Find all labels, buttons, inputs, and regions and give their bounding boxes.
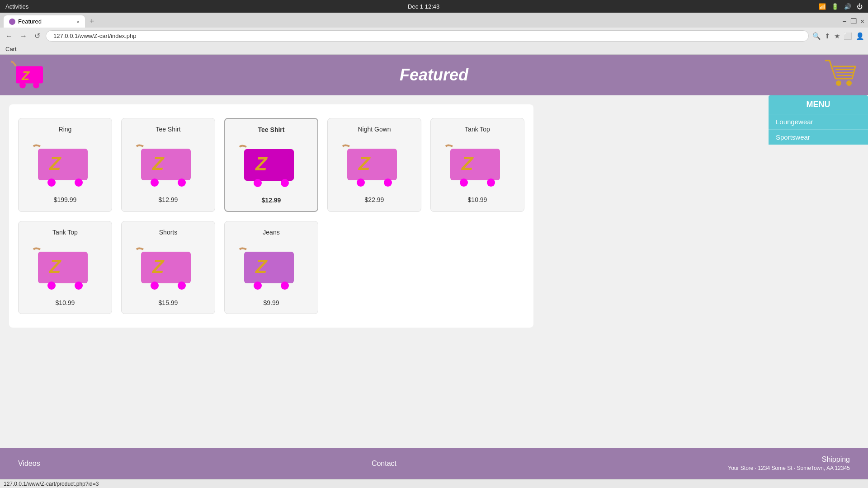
product-price-jeans: $9.99 bbox=[232, 299, 311, 306]
product-price-tanktop1: $10.99 bbox=[438, 196, 517, 203]
back-button[interactable]: ← bbox=[4, 31, 14, 41]
bookmark-bar: Cart bbox=[0, 44, 868, 54]
svg-text:Z: Z bbox=[49, 256, 61, 277]
svg-point-35 bbox=[151, 282, 159, 290]
product-img-tanktop2: Z bbox=[29, 240, 101, 295]
page-title: Featured bbox=[400, 66, 468, 84]
svg-rect-25 bbox=[450, 149, 500, 180]
new-tab-button[interactable]: + bbox=[87, 17, 97, 26]
svg-text:Z: Z bbox=[255, 256, 268, 277]
product-price-tanktop2: $10.99 bbox=[26, 299, 104, 306]
os-bar-right: 📶 🔋 🔊 ⏻ bbox=[819, 3, 863, 10]
activities-label[interactable]: Activities bbox=[5, 3, 28, 10]
products-row-1: Ring Z $199.99 Tee Shirt Z bbox=[18, 118, 524, 212]
svg-point-20 bbox=[281, 179, 289, 187]
share-icon[interactable]: ⬆ bbox=[825, 32, 830, 40]
product-card-teeshirt1[interactable]: Tee Shirt Z $12.99 bbox=[121, 118, 215, 212]
datetime-label: Dec 1 12:43 bbox=[408, 3, 439, 10]
tab-bar: Featured × + − ❐ × bbox=[0, 13, 868, 28]
restore-button[interactable]: ❐ bbox=[850, 17, 857, 26]
product-price-teeshirt2: $12.99 bbox=[232, 197, 310, 204]
svg-point-2 bbox=[19, 82, 26, 89]
product-img-jeans: Z bbox=[235, 240, 307, 295]
footer-address: Your Store · 1234 Some St · SomeTown, AA… bbox=[728, 465, 850, 471]
page-header: Z Featured bbox=[0, 55, 868, 95]
addr-actions: 🔍 ⬆ ★ ⬜ 👤 bbox=[812, 32, 864, 40]
product-img-ring: Z bbox=[29, 137, 101, 192]
search-icon[interactable]: 🔍 bbox=[812, 32, 821, 40]
status-url: 127.0.0.1/www/Z-cart/product.php?id=3 bbox=[4, 481, 99, 487]
svg-text:Z: Z bbox=[358, 153, 371, 174]
product-card-tanktop2[interactable]: Tank Top Z $10.99 bbox=[18, 221, 112, 314]
svg-text:Z: Z bbox=[152, 256, 165, 277]
product-name-tanktop1: Tank Top bbox=[438, 126, 517, 133]
product-price-teeshirt1: $12.99 bbox=[129, 196, 208, 203]
product-name-tanktop2: Tank Top bbox=[26, 229, 104, 236]
battery-icon: 🔋 bbox=[831, 3, 839, 10]
product-card-jeans[interactable]: Jeans Z $9.99 bbox=[224, 221, 318, 314]
product-name-shorts: Shorts bbox=[129, 229, 208, 236]
svg-text:Z: Z bbox=[49, 153, 61, 174]
svg-text:Z: Z bbox=[461, 153, 474, 174]
url-input[interactable] bbox=[46, 30, 809, 42]
footer-contact[interactable]: Contact bbox=[372, 460, 396, 468]
svg-rect-37 bbox=[244, 252, 294, 283]
logo[interactable]: Z bbox=[9, 57, 50, 93]
product-img-shorts: Z bbox=[132, 240, 204, 295]
menu-sidebar: MENU Loungewear Sportswear bbox=[769, 95, 868, 145]
product-card-shorts[interactable]: Shorts Z $15.99 bbox=[121, 221, 215, 314]
product-card-ring[interactable]: Ring Z $199.99 bbox=[18, 118, 112, 212]
menu-item-loungewear[interactable]: Loungewear bbox=[769, 114, 868, 129]
address-bar: ← → ↺ 🔍 ⬆ ★ ⬜ 👤 bbox=[0, 28, 868, 44]
menu-items: Loungewear Sportswear bbox=[769, 114, 868, 145]
products-row-2: Tank Top Z $10.99 Shorts Z bbox=[18, 221, 524, 314]
svg-point-8 bbox=[846, 80, 852, 86]
active-tab[interactable]: Featured × bbox=[4, 15, 85, 28]
svg-text:Z: Z bbox=[255, 153, 268, 174]
svg-point-3 bbox=[33, 82, 39, 89]
product-img-teeshirt1: Z bbox=[132, 137, 204, 192]
footer-shipping[interactable]: Shipping bbox=[728, 455, 850, 464]
close-window-button[interactable]: × bbox=[860, 18, 864, 26]
svg-point-28 bbox=[487, 178, 495, 187]
svg-rect-13 bbox=[141, 149, 191, 180]
bookmark-icon[interactable]: ★ bbox=[834, 32, 840, 40]
svg-point-15 bbox=[151, 178, 159, 187]
reload-button[interactable]: ↺ bbox=[33, 31, 42, 41]
product-card-nightgown[interactable]: Night Gown Z $22.99 bbox=[327, 118, 421, 212]
status-bar: 127.0.0.1/www/Z-cart/product.php?id=3 bbox=[0, 479, 868, 488]
extensions-icon[interactable]: ⬜ bbox=[844, 32, 852, 40]
wifi-icon: 📶 bbox=[819, 3, 826, 10]
os-bar: Activities Dec 1 12:43 📶 🔋 🔊 ⏻ bbox=[0, 0, 868, 13]
product-img-tanktop1: Z bbox=[441, 137, 514, 192]
svg-point-40 bbox=[281, 282, 289, 290]
menu-header: MENU bbox=[769, 95, 868, 114]
product-card-tanktop1[interactable]: Tank Top Z $10.99 bbox=[430, 118, 524, 212]
footer-videos[interactable]: Videos bbox=[18, 460, 40, 468]
svg-point-19 bbox=[254, 179, 262, 187]
svg-point-12 bbox=[75, 178, 83, 187]
svg-point-23 bbox=[357, 178, 365, 187]
power-icon: ⏻ bbox=[857, 3, 863, 10]
minimize-button[interactable]: − bbox=[842, 18, 846, 26]
product-name-nightgown: Night Gown bbox=[335, 126, 414, 133]
svg-point-27 bbox=[460, 178, 468, 187]
product-card-teeshirt2[interactable]: Tee Shirt Z $12.99 bbox=[224, 118, 318, 212]
volume-icon: 🔊 bbox=[844, 3, 851, 10]
tab-title: Featured bbox=[18, 18, 42, 25]
svg-rect-33 bbox=[141, 252, 191, 283]
svg-rect-9 bbox=[38, 149, 88, 180]
logo-cart-svg: Z bbox=[9, 57, 50, 91]
profile-icon[interactable]: 👤 bbox=[856, 32, 864, 40]
cart-icon-large bbox=[823, 58, 859, 90]
tab-close-button[interactable]: × bbox=[77, 19, 80, 24]
forward-button[interactable]: → bbox=[18, 31, 29, 41]
menu-item-sportswear[interactable]: Sportswear bbox=[769, 129, 868, 145]
header-cart[interactable] bbox=[823, 58, 859, 92]
svg-rect-29 bbox=[38, 252, 88, 283]
svg-point-16 bbox=[178, 178, 186, 187]
product-name-teeshirt2: Tee Shirt bbox=[232, 126, 310, 133]
product-price-shorts: $15.99 bbox=[129, 299, 208, 306]
product-img-teeshirt2: Z bbox=[235, 138, 307, 192]
bookmark-cart[interactable]: Cart bbox=[5, 46, 17, 52]
